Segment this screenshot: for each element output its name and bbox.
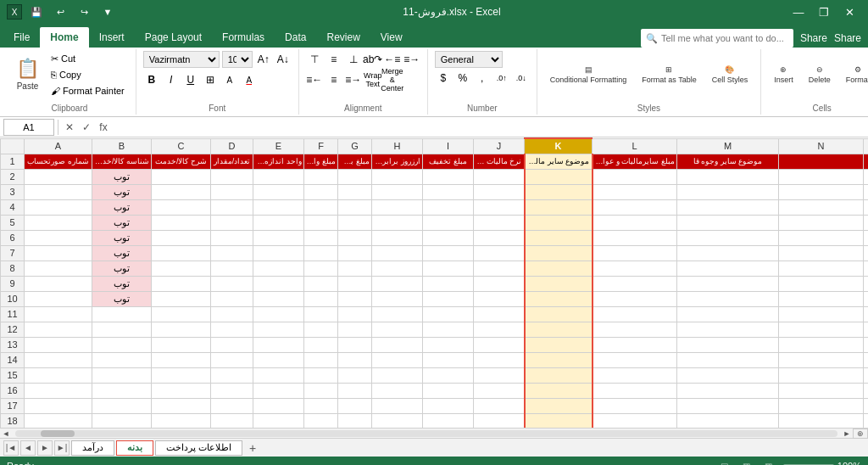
cell-h-16[interactable] (372, 383, 423, 398)
cell-j-9[interactable] (474, 276, 525, 291)
cell-j-5[interactable] (474, 215, 525, 230)
increase-font-btn[interactable]: A↑ (255, 51, 272, 68)
cell-j-15[interactable] (474, 367, 525, 383)
cell-a-14[interactable] (25, 352, 92, 367)
tab-data[interactable]: Data (275, 27, 316, 48)
cell-c-11[interactable] (152, 306, 211, 322)
cell-k-15[interactable] (525, 367, 593, 383)
cell-n-3[interactable] (779, 184, 864, 199)
cell-d-6[interactable] (211, 230, 253, 245)
cell-l-14[interactable] (593, 352, 677, 367)
col-header-m[interactable]: M (677, 138, 779, 154)
cell-m-7[interactable] (677, 245, 779, 261)
header-cell-o[interactable] (864, 154, 869, 169)
cell-o-8[interactable] (864, 261, 869, 276)
cell-o-2[interactable] (864, 169, 869, 184)
cell-c-6[interactable] (152, 230, 211, 245)
cell-d-14[interactable] (211, 352, 253, 367)
cell-b-13[interactable] (92, 337, 152, 352)
scroll-left-btn[interactable]: ◄ (0, 429, 12, 439)
cell-e-16[interactable] (253, 383, 304, 398)
cell-e-9[interactable] (253, 276, 304, 291)
col-header-n[interactable]: N (779, 138, 864, 154)
cell-h-14[interactable] (372, 352, 423, 367)
tab-insert[interactable]: Insert (89, 27, 135, 48)
cell-l-18[interactable] (593, 413, 677, 428)
col-header-c[interactable]: C (152, 138, 211, 154)
cell-n-15[interactable] (779, 367, 864, 383)
align-right-btn[interactable]: ≡→ (345, 71, 362, 88)
cell-m-4[interactable] (677, 199, 779, 215)
cell-a-16[interactable] (25, 383, 92, 398)
col-header-d[interactable]: D (211, 138, 253, 154)
cell-n-12[interactable] (779, 322, 864, 337)
cell-a-8[interactable] (25, 261, 92, 276)
cell-n-10[interactable] (779, 291, 864, 306)
cell-styles-btn[interactable]: 🎨 Cell Styles (706, 51, 754, 98)
cell-k-13[interactable] (525, 337, 593, 352)
header-cell-l[interactable]: مبلغ سایرمالیات‌ و عوارض (593, 154, 677, 169)
cell-b-8[interactable]: توب (92, 261, 152, 276)
cell-f-4[interactable] (304, 199, 338, 215)
col-header-a[interactable]: A (25, 138, 92, 154)
cell-f-10[interactable] (304, 291, 338, 306)
dec-decrease-btn[interactable]: .0↓ (513, 70, 530, 87)
cell-g-15[interactable] (338, 367, 372, 383)
cell-k-3[interactable] (525, 184, 593, 199)
cell-g-10[interactable] (338, 291, 372, 306)
cell-o-15[interactable] (864, 367, 869, 383)
cell-j-18[interactable] (474, 413, 525, 428)
cell-g-3[interactable] (338, 184, 372, 199)
cell-g-17[interactable] (338, 398, 372, 413)
header-cell-i[interactable]: مبلغ تخفیف (423, 154, 474, 169)
cell-o-5[interactable] (864, 215, 869, 230)
cell-c-17[interactable] (152, 398, 211, 413)
sheet-tab-income[interactable]: درآمد (71, 440, 114, 456)
cell-c-4[interactable] (152, 199, 211, 215)
cell-o-12[interactable] (864, 322, 869, 337)
cell-i-16[interactable] (423, 383, 474, 398)
cell-c-18[interactable] (152, 413, 211, 428)
cell-f-16[interactable] (304, 383, 338, 398)
search-box[interactable]: 🔍 (641, 29, 793, 48)
cell-d-2[interactable] (211, 169, 253, 184)
cell-c-16[interactable] (152, 383, 211, 398)
share-label[interactable]: Share (834, 32, 861, 44)
share-btn[interactable]: Share (800, 32, 827, 44)
cell-b-11[interactable] (92, 306, 152, 322)
cell-g-13[interactable] (338, 337, 372, 352)
sheet-prev-btn[interactable]: ◄ (20, 440, 36, 456)
cell-b-3[interactable]: توب (92, 184, 152, 199)
cell-n-4[interactable] (779, 199, 864, 215)
cell-d-9[interactable] (211, 276, 253, 291)
cell-k-2[interactable] (525, 169, 593, 184)
cell-e-4[interactable] (253, 199, 304, 215)
cell-i-18[interactable] (423, 413, 474, 428)
add-sheet-btn[interactable]: + (244, 440, 261, 456)
save-quick-btn[interactable]: 💾 (27, 3, 46, 21)
font-size-select[interactable]: 10 (222, 51, 253, 68)
cell-h-6[interactable] (372, 230, 423, 245)
cell-h-4[interactable] (372, 199, 423, 215)
cell-k-9[interactable] (525, 276, 593, 291)
cell-d-12[interactable] (211, 322, 253, 337)
cell-o-16[interactable] (864, 383, 869, 398)
cell-e-12[interactable] (253, 322, 304, 337)
cell-g-11[interactable] (338, 306, 372, 322)
cell-e-13[interactable] (253, 337, 304, 352)
cell-m-17[interactable] (677, 398, 779, 413)
cell-j-7[interactable] (474, 245, 525, 261)
cell-i-17[interactable] (423, 398, 474, 413)
format-btn[interactable]: ⚙ Format (840, 51, 868, 98)
cell-i-5[interactable] (423, 215, 474, 230)
cell-a-13[interactable] (25, 337, 92, 352)
cell-c-12[interactable] (152, 322, 211, 337)
cell-o-6[interactable] (864, 230, 869, 245)
cell-b-15[interactable] (92, 367, 152, 383)
copy-button[interactable]: ⎘ Copy (47, 67, 129, 82)
col-header-b[interactable]: B (92, 138, 152, 154)
cell-f-13[interactable] (304, 337, 338, 352)
cell-l-16[interactable] (593, 383, 677, 398)
align-top-btn[interactable]: ⊤ (306, 51, 323, 68)
number-format-select[interactable]: General (435, 51, 503, 68)
